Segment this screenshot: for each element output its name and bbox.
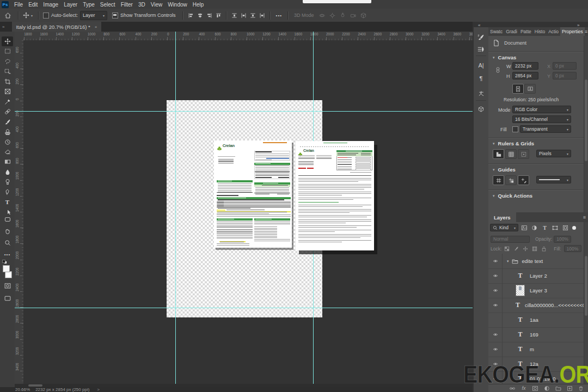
canvas-height-field[interactable]: 2854 px <box>512 72 538 79</box>
menu-layer[interactable]: Layer <box>61 2 80 8</box>
depth-dropdown[interactable]: 16 Bits/Channel▾ <box>512 115 571 123</box>
layer-row[interactable]: TLayer 2 <box>488 268 588 284</box>
fill-dropdown[interactable]: Transparent▾ <box>520 125 571 133</box>
layers-menu-icon[interactable]: ≡ <box>583 215 586 220</box>
guides-toggle-button[interactable] <box>493 175 504 185</box>
dimensions-link-icon[interactable] <box>495 66 501 74</box>
vertical-ruler[interactable]: 6004002000200400600800100012001400160018… <box>15 40 24 387</box>
guides-edit-button[interactable] <box>518 175 529 185</box>
panel-tab-properties[interactable]: Properties <box>560 27 585 36</box>
paragraph-panel-icon[interactable]: ¶ <box>474 73 488 84</box>
properties-scrollbar-thumb[interactable] <box>585 79 587 161</box>
units-dropdown[interactable]: Pixels▾ <box>536 150 571 157</box>
brush-settings-panel-icon[interactable] <box>474 44 488 54</box>
auto-select-dropdown[interactable]: Layer▾ <box>80 11 107 20</box>
dodge-tool[interactable] <box>2 177 13 187</box>
menu-window[interactable]: Window <box>165 2 190 8</box>
clone-stamp-tool[interactable] <box>2 127 13 137</box>
guide-horizontal[interactable] <box>23 111 473 112</box>
layer-visibility-cell[interactable] <box>488 327 503 342</box>
color-swatches[interactable] <box>2 265 13 279</box>
zoom-level[interactable]: 20.66% <box>15 387 30 392</box>
object-selection-tool[interactable] <box>2 66 13 76</box>
snap-toggle-button[interactable] <box>518 149 529 159</box>
lock-pixels-icon[interactable] <box>512 245 520 252</box>
guides-lock-button[interactable] <box>505 175 517 185</box>
layer-visibility-cell[interactable] <box>488 254 503 268</box>
screen-mode[interactable] <box>2 293 13 303</box>
distribute-icon-3[interactable] <box>258 11 266 20</box>
layer-row[interactable]: ▾edite text <box>488 254 588 269</box>
eye-icon[interactable] <box>492 273 499 278</box>
layer-row[interactable]: Tcilla0000000...<<<<<<<<0 d <box>488 298 588 313</box>
menu-file[interactable]: File <box>11 2 26 8</box>
glyphs-panel-icon[interactable] <box>474 88 488 99</box>
kind-filter-dropdown[interactable]: Kind▾ <box>490 224 518 231</box>
guide-horizontal[interactable] <box>23 308 473 308</box>
guides-header[interactable]: ▾Guides <box>493 167 516 173</box>
foreground-color-swatch[interactable] <box>3 265 10 272</box>
layer-visibility-cell[interactable] <box>488 342 503 357</box>
canvas-section-header[interactable]: ▾Canvas <box>493 54 516 60</box>
default-colors-icon[interactable] <box>2 260 7 264</box>
home-icon[interactable] <box>4 12 11 19</box>
zoom-tool[interactable] <box>2 238 13 248</box>
lock-transparency-icon[interactable] <box>503 245 511 252</box>
filter-type-icon[interactable]: T <box>540 224 549 232</box>
options-more-button[interactable]: ••• <box>276 13 282 18</box>
lock-all-icon[interactable] <box>540 245 548 252</box>
lasso-tool[interactable] <box>2 57 13 66</box>
align-icon-2[interactable] <box>205 11 213 20</box>
layer-row[interactable]: Layer 3 <box>488 283 588 298</box>
statement-page-2[interactable]: Crelan <box>296 141 374 250</box>
document-tab[interactable]: Italy id.psd @ 20.7% (RGB/16) *× <box>12 22 101 32</box>
shape-tool[interactable] <box>2 215 13 224</box>
ruler-toggle-button[interactable] <box>493 149 504 159</box>
frame-tool[interactable] <box>2 87 13 96</box>
fill-checkbox[interactable] <box>512 126 518 132</box>
filter-shape-icon[interactable] <box>550 224 560 232</box>
filter-smart-icon[interactable] <box>561 224 570 232</box>
tab-close-icon[interactable]: × <box>95 24 97 29</box>
menu-help[interactable]: Help <box>190 2 207 8</box>
orientation-landscape-button[interactable] <box>524 84 536 94</box>
h-scrollbar-thumb[interactable] <box>28 384 42 387</box>
move-tool-indicator[interactable] <box>22 12 30 19</box>
crop-tool[interactable] <box>2 77 13 87</box>
rulers-grids-header[interactable]: ▾Rulers & Grids <box>493 140 534 146</box>
pen-tool[interactable] <box>2 187 13 197</box>
ruler-corner[interactable] <box>15 32 24 41</box>
hand-tool[interactable] <box>2 226 13 236</box>
distribute-icon-1[interactable] <box>240 11 248 20</box>
menu-filter[interactable]: Filter <box>118 2 136 8</box>
type-tool[interactable]: T <box>2 197 13 207</box>
brushes-panel-icon[interactable] <box>474 32 488 42</box>
eyedropper-tool[interactable] <box>2 97 13 107</box>
move-tool[interactable] <box>2 36 13 46</box>
history-brush-tool[interactable] <box>2 137 13 147</box>
layers-tab[interactable]: Layers <box>488 212 516 222</box>
layer-visibility-cell[interactable] <box>488 268 503 283</box>
edit-toolbar[interactable]: ••• <box>2 249 13 259</box>
group-chevron-icon[interactable]: ▾ <box>507 259 509 264</box>
panel-tab-actio[interactable]: Actio <box>547 27 560 36</box>
tool-preset-chevron[interactable]: ▾ <box>31 14 33 17</box>
marquee-tool[interactable] <box>2 46 13 56</box>
filter-adjustment-icon[interactable] <box>530 224 539 232</box>
distribute-icon-2[interactable] <box>249 11 257 20</box>
orientation-portrait-button[interactable] <box>512 84 524 94</box>
align-icon-1[interactable] <box>196 11 204 20</box>
eye-icon[interactable] <box>492 332 499 337</box>
layer-visibility-cell[interactable] <box>488 298 503 313</box>
panel-tab-swatc[interactable]: Swatc <box>488 27 504 36</box>
tab-overflow-icon[interactable]: » <box>2 24 4 29</box>
3d-panel-icon[interactable] <box>474 103 488 114</box>
grid-toggle-button[interactable] <box>505 149 517 159</box>
lock-artboard-icon[interactable] <box>531 245 538 252</box>
gradient-tool[interactable] <box>2 157 13 167</box>
brush-tool[interactable] <box>2 117 13 127</box>
character-panel-icon[interactable]: A| <box>474 60 488 71</box>
guide-style-dropdown[interactable]: ▾ <box>536 176 571 183</box>
lock-position-icon[interactable] <box>522 245 529 252</box>
filter-image-icon[interactable] <box>519 224 529 232</box>
